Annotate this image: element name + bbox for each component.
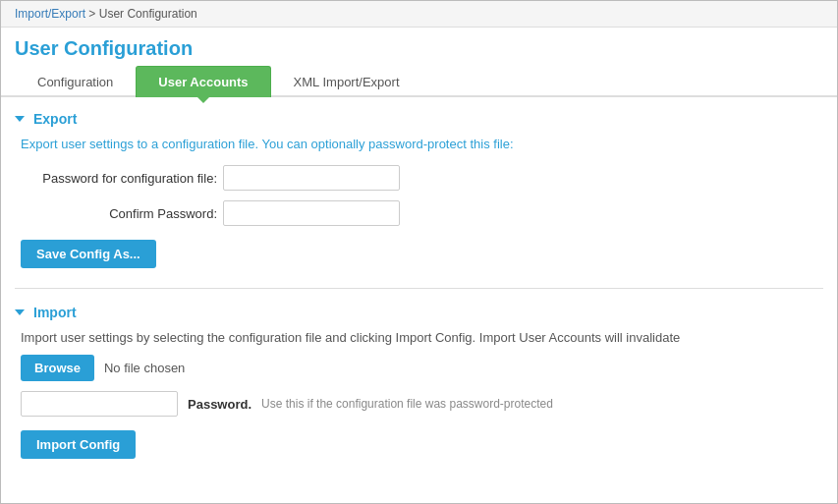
breadcrumb-parent[interactable]: Import/Export xyxy=(15,7,85,21)
save-config-button[interactable]: Save Config As... xyxy=(21,240,156,268)
password-input[interactable] xyxy=(223,165,400,191)
content-area: Export Export user settings to a configu… xyxy=(1,97,837,492)
import-section: Import Import user settings by selecting… xyxy=(15,305,823,459)
import-description: Import user settings by selecting the co… xyxy=(21,330,823,345)
confirm-password-input[interactable] xyxy=(223,200,400,226)
import-section-header[interactable]: Import xyxy=(15,305,823,320)
import-chevron-icon xyxy=(15,309,25,315)
page-title: User Configuration xyxy=(1,28,837,66)
export-section: Export Export user settings to a configu… xyxy=(15,111,823,268)
no-file-label: No file chosen xyxy=(104,361,185,375)
export-section-header[interactable]: Export xyxy=(15,111,823,127)
breadcrumb-separator: > xyxy=(85,7,99,21)
export-desc-text1: Export user settings to a configuration … xyxy=(21,137,258,151)
export-description: Export user settings to a configuration … xyxy=(21,137,823,151)
confirm-password-row: Confirm Password: xyxy=(21,200,823,226)
section-divider xyxy=(15,288,823,289)
breadcrumb-current: User Configuration xyxy=(99,7,197,21)
import-password-input[interactable] xyxy=(21,391,178,417)
confirm-password-label: Confirm Password: xyxy=(21,206,217,221)
tab-xml-import-export[interactable]: XML Import/Export xyxy=(271,66,422,97)
tab-configuration[interactable]: Configuration xyxy=(15,66,136,97)
export-desc-text2: You can optionally password-protect this… xyxy=(258,137,513,151)
export-section-label: Export xyxy=(33,111,77,127)
tab-user-accounts[interactable]: User Accounts xyxy=(136,66,270,97)
breadcrumb: Import/Export > User Configuration xyxy=(1,1,837,28)
password-row: Password for configuration file: xyxy=(21,165,823,191)
import-password-row: Password. Use this if the configuration … xyxy=(21,391,823,417)
import-config-button[interactable]: Import Config xyxy=(21,430,136,459)
file-row: Browse No file chosen xyxy=(21,355,823,381)
tabs-bar: Configuration User Accounts XML Import/E… xyxy=(1,66,837,97)
password-label: Password for configuration file: xyxy=(21,171,217,186)
import-section-label: Import xyxy=(33,305,77,320)
import-password-label: Password. xyxy=(188,397,251,412)
import-password-hint: Use this if the configuration file was p… xyxy=(261,397,553,411)
export-chevron-icon xyxy=(15,116,25,122)
browse-button[interactable]: Browse xyxy=(21,355,94,381)
